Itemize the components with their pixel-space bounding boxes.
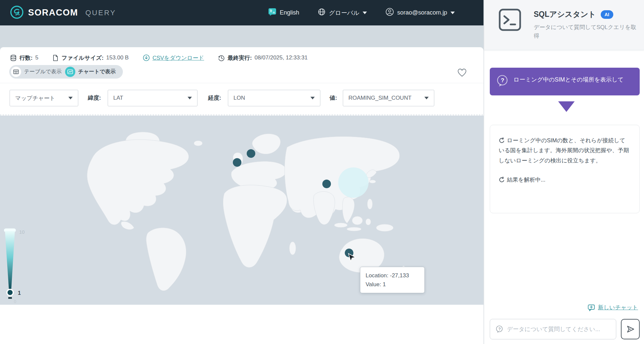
tooltip-value: Value: 1 <box>366 280 419 289</box>
chevron-down-icon <box>310 97 315 99</box>
filesize-label: ファイルサイズ: <box>61 54 103 62</box>
view-chart-button[interactable]: チャートで表示 <box>65 67 116 77</box>
question-bubble-icon: ? <box>496 75 508 88</box>
soracom-logo-icon <box>10 5 24 20</box>
chevron-down-icon <box>450 12 455 14</box>
brand-name: SORACOM <box>28 8 78 18</box>
last-run: 最終実行: 08/07/2025, 12:33:31 <box>218 54 307 62</box>
view-table-label: テーブルで表示 <box>24 68 62 75</box>
rows-value: 5 <box>35 54 38 61</box>
chart-config-row: マップチャート 緯度: LAT 経度: LON 値: ROAMING_SIM_C… <box>0 83 483 114</box>
assistant-title: SQLアシスタント <box>534 9 596 19</box>
ai-badge: AI <box>601 10 613 19</box>
map-bubble-japan[interactable] <box>338 167 369 198</box>
main-panel: SORACOM QUERY 文 A English <box>0 0 483 344</box>
assistant-question-input[interactable] <box>507 326 611 333</box>
results-card: 行数: 5 ファイルサイズ: 153.00 B <box>0 47 483 344</box>
assistant-input-row: ? <box>490 319 640 339</box>
new-chat-label: 新しいチャット <box>598 304 638 311</box>
legend-mid-label: 1 <box>18 290 21 296</box>
assistant-response-card: ローミング中のSIMの数と、それらが接続している国を集計します。海外展開の状況把… <box>490 125 640 213</box>
toolbar-band: アドバンスド シンプル <box>0 25 483 47</box>
translate-icon: 文 A <box>268 8 276 17</box>
lat-value: LAT <box>113 95 123 101</box>
app-name: QUERY <box>86 9 116 17</box>
value-label: 値: <box>330 94 337 102</box>
lon-value: LON <box>233 95 245 101</box>
question-circle-icon: ? <box>495 325 503 333</box>
view-table-button[interactable]: テーブルで表示 <box>11 67 62 77</box>
map-marker-uk[interactable] <box>233 158 241 167</box>
table-icon <box>11 67 21 77</box>
user-message-bubble: ? ローミング中のSIMとその場所を表示して <box>490 68 640 95</box>
legend-max-label: 10 <box>19 229 25 235</box>
card-footer-space <box>0 305 483 344</box>
chevron-down-icon <box>188 97 192 99</box>
file-icon <box>52 54 59 61</box>
refresh-icon <box>499 177 505 183</box>
legend-handle[interactable] <box>7 290 13 296</box>
app-header: SORACOM QUERY 文 A English <box>0 0 483 25</box>
chevron-down-icon <box>363 12 367 14</box>
screen: SORACOM QUERY 文 A English <box>0 0 644 344</box>
user-message-text: ローミング中のSIMとその場所を表示して <box>514 75 630 88</box>
user-email: sorao@soracom.jp <box>397 9 447 16</box>
value-select[interactable]: ROAMING_SIM_COUNT <box>343 90 434 106</box>
rows-label: 行数: <box>19 54 33 62</box>
lat-label: 緯度: <box>88 94 101 102</box>
chart-icon <box>65 67 75 77</box>
coverage-menu[interactable]: グローバル <box>318 8 367 17</box>
map-tooltip: Location: -27,133 Value: 1 <box>360 267 425 293</box>
new-chat-icon <box>588 304 595 311</box>
download-icon <box>143 54 150 61</box>
svg-text:文: 文 <box>269 9 272 13</box>
coverage-label: グローバル <box>329 9 359 17</box>
lon-select[interactable]: LON <box>228 90 320 106</box>
file-size: ファイルサイズ: 153.00 B <box>52 54 129 62</box>
send-icon <box>626 325 635 333</box>
database-icon <box>10 54 17 61</box>
bubble-tail <box>558 101 575 112</box>
row-count: 行数: 5 <box>10 54 38 62</box>
brand[interactable]: SORACOM <box>10 5 78 20</box>
value-value: ROAMING_SIM_COUNT <box>348 95 411 101</box>
svg-text:?: ? <box>501 77 504 84</box>
user-menu[interactable]: sorao@soracom.jp <box>385 8 455 18</box>
results-bar: 行数: 5 ファイルサイズ: 153.00 B <box>10 50 307 66</box>
chart-type-select[interactable]: マップチャート <box>10 90 78 106</box>
filesize-value: 153.00 B <box>106 54 129 61</box>
user-icon <box>385 8 394 18</box>
last-run-label: 最終実行: <box>228 54 252 62</box>
refresh-icon <box>499 137 505 144</box>
chevron-down-icon <box>68 97 73 99</box>
lon-label: 経度: <box>208 94 221 102</box>
assistant-header: SQLアシスタント AI データについて質問してSQLクエリを取得 <box>484 0 644 50</box>
new-chat-button[interactable]: 新しいチャット <box>588 304 638 311</box>
language-label: English <box>280 9 299 16</box>
legend-min-label: 0 <box>14 299 16 304</box>
sql-assistant-panel: SQLアシスタント AI データについて質問してSQLクエリを取得 ? ローミン… <box>484 0 644 344</box>
view-toggle: テーブルで表示 チャートで表示 <box>9 65 123 79</box>
response-summary: ローミング中のSIMの数と、それらが接続している国を集計します。海外展開の状況把… <box>499 136 631 166</box>
svg-text:A: A <box>273 11 275 14</box>
csv-download[interactable]: CSVをダウンロード <box>143 54 204 62</box>
favorite-heart-icon[interactable] <box>457 68 467 78</box>
history-clock-icon <box>218 54 225 61</box>
view-chart-label: チャートで表示 <box>78 68 116 75</box>
csv-download-link[interactable]: CSVをダウンロード <box>153 54 204 62</box>
terminal-icon <box>499 9 521 31</box>
response-status: 結果を解析中... <box>499 175 631 185</box>
svg-text:?: ? <box>498 327 501 331</box>
assistant-input-box[interactable]: ? <box>490 319 616 339</box>
tooltip-location: Location: -27,133 <box>366 271 419 280</box>
send-button[interactable] <box>621 319 640 339</box>
last-run-value: 08/07/2025, 12:33:31 <box>255 54 308 61</box>
map-chart[interactable]: 10 1 0 Location: -27,133 Value: 1 <box>0 116 483 305</box>
map-legend: 10 1 0 <box>4 228 25 304</box>
lat-select[interactable]: LAT <box>108 90 197 106</box>
language-switch[interactable]: 文 A English <box>268 8 299 17</box>
map-marker-scandinavia[interactable] <box>247 149 255 158</box>
assistant-subtitle: データについて質問してSQLクエリを取得 <box>534 23 638 41</box>
globe-icon <box>318 8 326 17</box>
map-marker-china[interactable] <box>322 180 331 188</box>
